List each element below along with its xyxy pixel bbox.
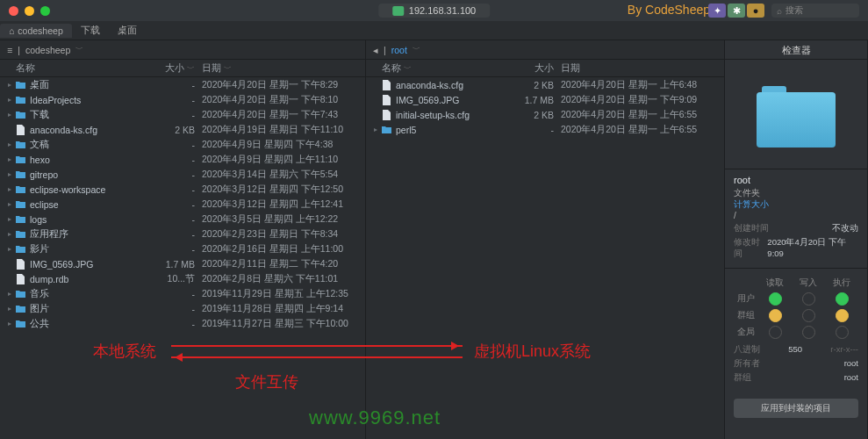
- file-name: eclipse: [30, 199, 158, 210]
- file-row[interactable]: ▸图片-2019年11月28日 星期四 上午9:14: [0, 301, 365, 316]
- col-name[interactable]: 名称 ﹀: [382, 62, 517, 75]
- folder-icon: [14, 289, 26, 299]
- file-date: 2020年4月20日 星期一 上午6:55: [561, 109, 719, 121]
- file-row[interactable]: ▸公共-2019年11月27日 星期三 下午10:00: [0, 316, 365, 331]
- perm-user-read[interactable]: [769, 292, 782, 306]
- disclosure-icon[interactable]: ▸: [5, 81, 14, 89]
- inspector-title: 检查器: [725, 40, 867, 60]
- file-name: initial-setup-ks.cfg: [396, 110, 517, 120]
- folder-icon: [380, 125, 392, 135]
- file-date: 2020年2月11日 星期二 下午4:20: [202, 258, 360, 270]
- compute-size-link[interactable]: 计算大小: [734, 199, 858, 211]
- file-date: 2020年4月20日 星期一 上午6:48: [561, 79, 719, 91]
- disclosure-icon[interactable]: ▸: [371, 126, 380, 133]
- file-size: -: [158, 199, 202, 210]
- local-file-list: ▸桌面-2020年4月20日 星期一 下午8:29▸IdeaProjects-2…: [0, 77, 365, 439]
- file-row[interactable]: initial-setup-ks.cfg2 KB2020年4月20日 星期一 上…: [366, 107, 724, 122]
- tab-downloads[interactable]: 下载: [72, 23, 109, 39]
- file-row[interactable]: anaconda-ks.cfg2 KB2020年4月19日 星期日 下午11:1…: [0, 122, 365, 137]
- tool-button-2[interactable]: ✱: [728, 4, 745, 18]
- file-size: -: [158, 184, 202, 195]
- disclosure-icon[interactable]: ▸: [5, 215, 14, 223]
- col-size[interactable]: 大小 ﹀: [158, 62, 202, 75]
- file-row[interactable]: IMG_0569.JPG1.7 MB2020年4月20日 星期一 下午9:09: [366, 92, 724, 107]
- col-date[interactable]: 日期: [561, 62, 719, 75]
- file-date: 2020年3月12日 星期四 下午12:50: [202, 184, 360, 196]
- disclosure-icon[interactable]: ▸: [5, 245, 14, 253]
- file-row[interactable]: ▸gitrepo-2020年3月14日 星期六 下午5:54: [0, 167, 365, 182]
- minimize-icon[interactable]: [25, 6, 34, 16]
- file-row[interactable]: ▸影片-2020年2月16日 星期日 上午11:00: [0, 241, 365, 256]
- file-row[interactable]: ▸下载-2020年4月20日 星期一 下午7:43: [0, 107, 365, 122]
- folder-icon: [14, 304, 26, 314]
- perm-other-write[interactable]: [802, 326, 815, 339]
- disclosure-icon[interactable]: ▸: [5, 320, 14, 327]
- close-icon[interactable]: [9, 6, 18, 16]
- tool-button-1[interactable]: ✦: [708, 4, 726, 18]
- apply-button[interactable]: 应用到封装的项目: [734, 399, 858, 418]
- file-name: IMG_0569.JPG: [30, 259, 158, 270]
- tab-codesheep[interactable]: ⌂codesheep: [0, 24, 72, 38]
- file-row[interactable]: ▸logs-2020年3月5日 星期四 上午12:22: [0, 212, 365, 227]
- tool-button-3[interactable]: ●: [747, 4, 764, 18]
- local-path-bar[interactable]: ≡| codesheep ﹀: [0, 40, 365, 60]
- tab-desktop[interactable]: 桌面: [109, 23, 146, 39]
- file-size: 2 KB: [517, 110, 561, 120]
- file-size: -: [158, 110, 202, 120]
- perm-user-write[interactable]: [802, 292, 815, 306]
- perm-user-exec[interactable]: [836, 292, 849, 306]
- disclosure-icon[interactable]: ▸: [5, 140, 14, 148]
- perm-group-write[interactable]: [802, 309, 815, 322]
- file-row[interactable]: ▸hexo-2020年4月9日 星期四 上午11:10: [0, 152, 365, 167]
- file-row[interactable]: ▸桌面-2020年4月20日 星期一 下午8:29: [0, 77, 365, 92]
- search-input[interactable]: ⌕ 搜索: [771, 4, 859, 18]
- disclosure-icon[interactable]: ▸: [5, 155, 14, 163]
- col-date[interactable]: 日期 ﹀: [202, 62, 360, 75]
- file-row[interactable]: IMG_0569.JPG1.7 MB2020年2月11日 星期二 下午4:20: [0, 256, 365, 271]
- col-size[interactable]: 大小: [517, 62, 561, 75]
- file-icon: [14, 274, 26, 284]
- file-size: 2 KB: [517, 80, 561, 90]
- title-bar: 192.168.31.100 By CodeSheep ✦ ✱ ● ⌕ 搜索: [0, 0, 868, 21]
- file-size: 2 KB: [158, 125, 202, 135]
- file-size: -: [158, 140, 202, 150]
- file-row[interactable]: ▸eclipse-2020年3月12日 星期四 上午12:41: [0, 197, 365, 212]
- file-row[interactable]: ▸应用程序-2020年2月23日 星期日 下午8:34: [0, 227, 365, 241]
- file-date: 2020年3月14日 星期六 下午5:54: [202, 169, 360, 181]
- file-date: 2020年4月20日 星期一 下午7:43: [202, 109, 360, 121]
- file-date: 2020年2月8日 星期六 下午11:01: [202, 273, 360, 285]
- back-icon[interactable]: ◂: [373, 45, 378, 55]
- file-row[interactable]: anaconda-ks.cfg2 KB2020年4月20日 星期一 上午6:48: [366, 77, 724, 92]
- zoom-icon[interactable]: [40, 6, 50, 16]
- disclosure-icon[interactable]: ▸: [5, 200, 14, 208]
- file-row[interactable]: dump.rdb10...节2020年2月8日 星期六 下午11:01: [0, 271, 365, 286]
- file-row[interactable]: ▸IdeaProjects-2020年4月20日 星期一 下午8:10: [0, 92, 365, 107]
- file-row[interactable]: ▸音乐-2019年11月29日 星期五 上午12:35: [0, 286, 365, 301]
- disclosure-icon[interactable]: ▸: [5, 170, 14, 178]
- file-name: anaconda-ks.cfg: [396, 80, 517, 90]
- disclosure-icon[interactable]: ▸: [5, 96, 14, 104]
- disclosure-icon[interactable]: ▸: [5, 230, 14, 238]
- disclosure-icon[interactable]: ▸: [5, 290, 14, 298]
- file-date: 2020年3月5日 星期四 上午12:22: [202, 213, 360, 226]
- perm-other-read[interactable]: [769, 326, 782, 339]
- disclosure-icon[interactable]: ▸: [5, 305, 14, 313]
- perm-group-read[interactable]: [769, 309, 782, 322]
- file-name: gitrepo: [30, 169, 158, 180]
- file-name: IMG_0569.JPG: [396, 95, 517, 105]
- file-size: -: [158, 169, 202, 180]
- file-row[interactable]: ▸文稿-2020年4月9日 星期四 下午4:38: [0, 137, 365, 152]
- col-name[interactable]: 名称: [16, 62, 158, 75]
- disclosure-icon[interactable]: ▸: [5, 185, 14, 193]
- file-icon: [380, 80, 392, 90]
- file-row[interactable]: ▸eclipse-workspace-2020年3月12日 星期四 下午12:5…: [0, 182, 365, 197]
- disclosure-icon[interactable]: ▸: [5, 111, 14, 119]
- file-row[interactable]: ▸perl5-2020年4月20日 星期一 上午6:55: [366, 122, 724, 137]
- perm-other-exec[interactable]: [836, 326, 849, 339]
- toolbar-buttons: ✦ ✱ ●: [708, 4, 764, 18]
- perm-group-exec[interactable]: [836, 309, 849, 322]
- file-name: IdeaProjects: [30, 95, 158, 105]
- remote-path-bar[interactable]: ◂| root ﹀: [366, 40, 724, 60]
- remote-headers: 名称 ﹀ 大小 日期: [366, 60, 724, 77]
- address-bar[interactable]: 192.168.31.100: [378, 4, 490, 18]
